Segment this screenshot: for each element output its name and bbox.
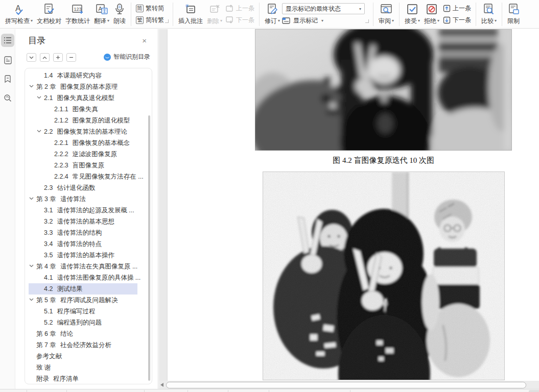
scroll-left-arrow-icon[interactable] bbox=[160, 383, 164, 387]
prev-comment-button[interactable]: 上一条 bbox=[224, 3, 256, 13]
toc-item[interactable]: 第 2 章图像复原的基本原理 bbox=[25, 81, 152, 92]
smart-toc-label: 智能识别目录 bbox=[113, 53, 150, 61]
word-count-button[interactable]: 123 字数统计 bbox=[63, 1, 92, 26]
figure-blind-restoration-bottom-image[interactable] bbox=[263, 172, 505, 380]
chevron-down-icon[interactable] bbox=[29, 197, 34, 200]
figure-blind-restoration-top-image[interactable] bbox=[255, 29, 512, 151]
collapse-up-button[interactable] bbox=[40, 53, 50, 62]
prev-change-button[interactable]: 上一条 bbox=[441, 3, 473, 13]
chevron-down-icon: ▾ bbox=[31, 18, 33, 23]
toc-item[interactable]: 2.2.1图像恢复的基本概念 bbox=[25, 137, 152, 149]
trad-to-simp-button[interactable]: 简 繁转简 bbox=[134, 3, 166, 13]
expand-all-button[interactable] bbox=[53, 53, 63, 62]
toc-item[interactable]: 第 7 章社会经济效益分析 bbox=[25, 339, 152, 351]
doc-proofread-button[interactable]: 文档校对 bbox=[35, 1, 63, 26]
chevron-down-icon: ▾ bbox=[495, 18, 497, 23]
toc-panel-icon[interactable] bbox=[1, 34, 14, 47]
horizontal-scrollbar[interactable] bbox=[159, 381, 539, 389]
chevron-down-icon[interactable] bbox=[37, 96, 41, 99]
close-icon[interactable]: × bbox=[142, 36, 147, 45]
toc-item[interactable]: 2.2.3盲图像复原 bbox=[25, 160, 152, 171]
toc-item[interactable]: 4.1遗传算法图像复原的具体操 ... bbox=[25, 272, 152, 283]
show-markup-button[interactable]: 显示标记 ▾ bbox=[282, 16, 365, 25]
bookmark-panel-icon[interactable] bbox=[1, 72, 14, 86]
svg-text:123: 123 bbox=[74, 7, 82, 12]
expand-down-button[interactable] bbox=[27, 53, 36, 62]
insert-comment-button[interactable]: ✳ 插入批注 bbox=[176, 1, 205, 26]
svg-text:✳: ✳ bbox=[185, 3, 189, 9]
toc-item[interactable]: 第 4 章遗传算法在失真图像复原 ... bbox=[25, 261, 152, 272]
toolbar-separator bbox=[373, 3, 373, 26]
status-bar bbox=[0, 389, 539, 392]
toc-item[interactable]: 第 5 章程序调试及问题解决 bbox=[25, 295, 152, 306]
toc-item[interactable]: 3.4遗传算法的特点 bbox=[25, 238, 152, 250]
review-button[interactable]: 审阅▾ bbox=[377, 1, 396, 26]
toc-item[interactable]: 5.2编程遇到的问题 bbox=[25, 317, 152, 328]
toc-item[interactable]: 2.2图像恢复算法的基本理论 bbox=[25, 126, 152, 137]
toc-item[interactable]: 附录程序清单 bbox=[25, 373, 152, 384]
toc-item[interactable]: 2.2.4常见图像恢复方法存在 ... bbox=[25, 171, 152, 182]
chevron-down-icon[interactable] bbox=[29, 298, 34, 301]
track-changes-button[interactable]: 修订▾ bbox=[263, 1, 282, 26]
accept-change-button[interactable]: 接受▾ bbox=[403, 1, 422, 26]
toc-item[interactable]: 2.1.1图像失真 bbox=[25, 104, 152, 115]
markup-state-select[interactable]: 显示标记的最终状态 ▾ bbox=[282, 3, 365, 14]
toc-item[interactable]: 2.1.2图像复原的退化模型 bbox=[25, 115, 152, 126]
toolbar-separator bbox=[259, 3, 260, 26]
status-bar-corner bbox=[529, 390, 539, 392]
reject-label: 拒绝 bbox=[424, 17, 436, 24]
dialog-launcher-icon[interactable] bbox=[165, 19, 169, 23]
translate-button[interactable]: A 翻译▾ bbox=[92, 1, 111, 26]
svg-text:A: A bbox=[15, 4, 21, 13]
review-icon bbox=[380, 3, 393, 16]
chevron-down-icon[interactable] bbox=[37, 130, 41, 133]
chevron-down-icon: ▾ bbox=[107, 18, 109, 23]
compare-button[interactable]: 比较▾ bbox=[479, 1, 499, 26]
comments-panel-icon[interactable] bbox=[1, 54, 14, 67]
toc-item[interactable]: 2.1图像失真及退化模型 bbox=[25, 92, 152, 104]
restrict-edit-icon bbox=[507, 3, 520, 16]
horizontal-scrollbar-thumb[interactable] bbox=[166, 382, 526, 388]
read-aloud-label: 朗读 bbox=[113, 17, 126, 25]
toc-item[interactable]: 3.5遗传算法的基本操作 bbox=[25, 250, 152, 261]
toc-item[interactable]: 第 6 章结论 bbox=[25, 328, 152, 339]
compare-icon bbox=[482, 3, 496, 16]
prev-comment-icon bbox=[226, 5, 234, 12]
trad-to-simp-icon: 简 bbox=[136, 5, 144, 12]
toc-item[interactable]: 3.3遗传算法的结构 bbox=[25, 227, 152, 238]
toc-item[interactable]: 1.4本课题研究内容 bbox=[25, 70, 152, 81]
chevron-down-icon[interactable] bbox=[29, 85, 34, 88]
toc-item[interactable]: 5.1程序编写过程 bbox=[25, 306, 152, 317]
toc-item[interactable]: 3.1遗传算法的起源及发展概 ... bbox=[25, 205, 152, 216]
toc-item[interactable]: 第 3 章遗传算法 bbox=[25, 193, 152, 205]
collapse-all-button[interactable] bbox=[66, 53, 76, 62]
document-canvas[interactable]: 图 4.2 盲图像复原迭代 10 次图 bbox=[159, 29, 539, 381]
next-change-button[interactable]: 下一条 bbox=[441, 15, 473, 25]
doc-proofread-label: 文档校对 bbox=[37, 17, 61, 25]
delete-comment-button[interactable]: 删除▾ bbox=[205, 1, 224, 26]
toc-item[interactable]: 参考文献 bbox=[25, 351, 152, 362]
smart-toc-button[interactable]: 智能识别目录 bbox=[104, 53, 150, 61]
toc-scrollbar-thumb[interactable] bbox=[148, 115, 150, 381]
toc-item[interactable]: 2.3估计退化函数 bbox=[25, 182, 152, 193]
show-markup-icon bbox=[282, 17, 291, 24]
next-comment-icon bbox=[226, 16, 234, 23]
find-replace-panel-icon[interactable] bbox=[1, 91, 14, 105]
translate-label: 翻译 bbox=[94, 17, 106, 24]
spell-check-button[interactable]: A 拼写检查▾ bbox=[3, 1, 35, 26]
read-aloud-button[interactable]: 朗读 bbox=[111, 1, 128, 26]
simp-to-trad-button[interactable]: 繁 简转繁 bbox=[134, 15, 166, 25]
restrict-edit-button[interactable]: 限制 bbox=[505, 1, 522, 26]
toc-item[interactable]: 4.2测试结果 bbox=[29, 283, 137, 295]
next-comment-button[interactable]: 下一条 bbox=[224, 15, 256, 25]
spell-check-icon: A bbox=[12, 3, 26, 16]
toc-item[interactable]: 致 谢 bbox=[25, 362, 152, 373]
chevron-down-icon: ▾ bbox=[321, 18, 323, 23]
track-changes-label: 修订 bbox=[265, 17, 277, 24]
toc-item[interactable]: 2.2.2逆滤波图像复原 bbox=[25, 149, 152, 160]
chevron-down-icon[interactable] bbox=[29, 264, 34, 267]
dialog-launcher-icon[interactable] bbox=[365, 19, 369, 23]
toc-controls bbox=[27, 53, 76, 62]
toc-item[interactable]: 3.2遗传算法的基本思想 bbox=[25, 216, 152, 227]
reject-change-button[interactable]: 拒绝▾ bbox=[422, 1, 441, 26]
